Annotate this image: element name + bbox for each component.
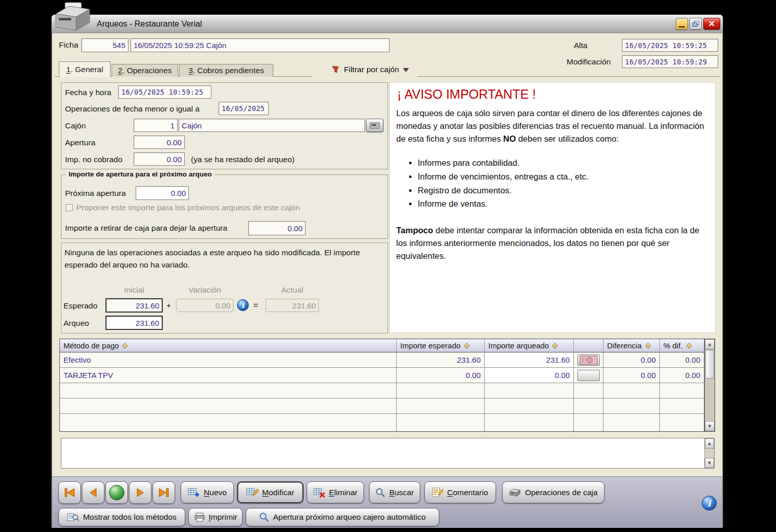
count-cash-button[interactable] <box>577 370 600 381</box>
cajon-lookup-button[interactable] <box>366 119 383 132</box>
fecha-hora-field[interactable]: 16/05/2025 10:59:25 <box>118 85 211 99</box>
comentario-button[interactable]: Comentario <box>424 481 496 503</box>
minimize-button[interactable] <box>676 18 688 30</box>
scroll-down-button[interactable]: ▼ <box>705 421 715 431</box>
retirar-field[interactable]: 0.00 <box>248 221 306 235</box>
arqueo-field[interactable]: 231.60 <box>105 316 163 330</box>
tab-cobros-pendientes[interactable]: 3. Cobros pendientes <box>179 64 273 77</box>
empty-row-cell <box>485 414 574 431</box>
search-icon <box>259 512 269 522</box>
aviso-title: ¡ AVISO IMPORTANTE ! <box>397 87 709 102</box>
scroll-up-button[interactable]: ▲ <box>705 438 714 449</box>
tab-operaciones[interactable]: 2. Operaciones <box>112 64 178 77</box>
empty-row-cell <box>660 383 704 398</box>
table-vertical-scrollbar[interactable]: ▲ ▼ <box>704 339 715 431</box>
empty-row-cell <box>397 414 485 431</box>
cajon-numero-field[interactable]: 1 <box>134 119 178 132</box>
table-row-cell[interactable]: 0.00 <box>397 368 485 383</box>
tab-general[interactable]: 1. General <box>59 61 111 77</box>
empty-row-cell <box>397 398 485 414</box>
apertura-auto-button[interactable]: Apertura próximo arqueo cajero automátic… <box>246 508 439 526</box>
resumen-mensaje: Ninguna de las operaciones asociadas a e… <box>64 247 372 271</box>
buscar-label: Buscar <box>389 488 414 497</box>
empty-row-cell <box>660 398 704 414</box>
scroll-down-button[interactable]: ▼ <box>705 458 714 468</box>
table-row-cell[interactable]: 0.00 <box>603 352 660 368</box>
esperado-actual-field: 231.60 <box>266 299 319 312</box>
cash-drawer-icon <box>509 488 521 497</box>
comment-vertical-scrollbar[interactable]: ▲ ▼ <box>704 438 714 468</box>
eliminar-button[interactable]: Eliminar <box>307 481 364 503</box>
filter-by-drawer-label: Filtrar por cajón <box>344 65 399 74</box>
restore-icon <box>692 20 700 27</box>
nuevo-button[interactable]: Nuevo <box>181 481 234 503</box>
alta-field: 16/05/2025 10:59:25 <box>622 39 718 52</box>
imp-no-cobrado-label: Imp. no cobrado <box>65 155 122 164</box>
modificar-button[interactable]: Modificar <box>237 481 304 503</box>
equals-sign: = <box>253 301 258 310</box>
nav-first-button[interactable] <box>58 481 81 504</box>
mostrar-metodos-button[interactable]: Mostrar todos los métodos <box>58 508 185 526</box>
col-header-metodo[interactable]: Método de pago <box>60 339 397 352</box>
nav-last-button[interactable] <box>153 481 175 504</box>
imp-no-cobrado-field[interactable]: 0.00 <box>134 152 185 166</box>
table-row-cell[interactable]: TARJETA TPV <box>60 368 397 383</box>
aviso-bullet-list: Informes para contabilidad. Informe de v… <box>396 156 709 211</box>
ficha-number-field: 545 <box>81 38 128 52</box>
col-header-esperado[interactable]: Importe esperado <box>397 339 485 352</box>
col-header-arqueado[interactable]: Importe arqueado <box>485 339 574 352</box>
comment-textarea[interactable]: ▲ ▼ <box>61 438 715 469</box>
cajon-nombre-field[interactable]: Cajón <box>179 119 365 132</box>
close-button[interactable]: ✕ <box>703 18 720 30</box>
funnel-icon <box>331 65 340 74</box>
empty-row-cell <box>60 414 397 431</box>
imprimir-label: Imprimir <box>209 513 238 522</box>
empty-row-cell <box>603 398 660 414</box>
cash-drawer-app-icon <box>53 2 93 34</box>
nav-previous-button[interactable] <box>82 481 104 504</box>
proponer-checkbox[interactable] <box>66 204 73 211</box>
col-variacion-label: Variación <box>176 285 233 295</box>
empty-row-cell <box>574 398 603 414</box>
table-row-cell[interactable]: 0.00 <box>603 368 660 383</box>
nav-refresh-button[interactable] <box>105 481 128 504</box>
operaciones-fecha-field[interactable]: 16/05/2025 <box>219 102 269 115</box>
globe-icon <box>109 485 124 500</box>
scroll-up-button[interactable]: ▲ <box>705 339 715 349</box>
imp-no-cobrado-note: (ya se ha restado del arqueo) <box>191 155 294 164</box>
table-row-cell[interactable]: Efectivo <box>60 352 397 368</box>
restore-button[interactable] <box>689 18 702 30</box>
retirar-label: Importe a retirar de caja para dejar la … <box>65 224 227 233</box>
comment-icon <box>432 487 443 498</box>
info-button[interactable]: i <box>702 496 717 511</box>
aviso-paragraph-1: Los arqueos de caja sólo sirven para con… <box>396 107 709 145</box>
nav-next-button[interactable] <box>129 481 152 504</box>
sort-diamond-icon <box>552 343 558 348</box>
table-row-cell[interactable]: 231.60 <box>485 352 574 368</box>
col-header-diferencia[interactable]: Diferencia <box>603 339 660 352</box>
col-header-pct[interactable]: % dif. <box>660 339 704 352</box>
table-row-cell[interactable]: 231.60 <box>397 352 485 368</box>
table-row-cell[interactable]: 0.00 <box>485 368 574 383</box>
scroll-track[interactable] <box>705 379 715 421</box>
filter-by-drawer-button[interactable]: Filtrar por cajón <box>312 62 417 77</box>
drawer-icon <box>370 122 380 129</box>
alta-label: Alta <box>574 41 588 50</box>
table-row-cell[interactable]: 0.00 <box>660 368 704 383</box>
count-cash-button[interactable] <box>577 354 600 366</box>
apertura-field[interactable]: 0.00 <box>134 136 185 149</box>
proxima-apertura-field[interactable]: 0.00 <box>136 186 189 200</box>
imprimir-button[interactable]: Imprimir <box>188 508 243 526</box>
variacion-info-icon[interactable]: i <box>237 299 249 311</box>
operaciones-caja-button[interactable]: Operaciones de caja <box>502 481 605 503</box>
aviso-bullet: Informe de ventas. <box>418 197 709 211</box>
last-record-icon <box>158 487 170 498</box>
apertura-auto-label: Apertura próximo arqueo cajero automátic… <box>273 513 425 522</box>
caret-down-icon <box>403 68 409 75</box>
proponer-label: Proponer este importe para los próximos … <box>76 203 300 212</box>
buscar-button[interactable]: Buscar <box>369 481 420 503</box>
scroll-track[interactable] <box>705 449 714 458</box>
scroll-thumb[interactable] <box>705 350 714 379</box>
delete-record-icon <box>313 487 326 498</box>
table-row-cell[interactable]: 0.00 <box>660 352 704 368</box>
